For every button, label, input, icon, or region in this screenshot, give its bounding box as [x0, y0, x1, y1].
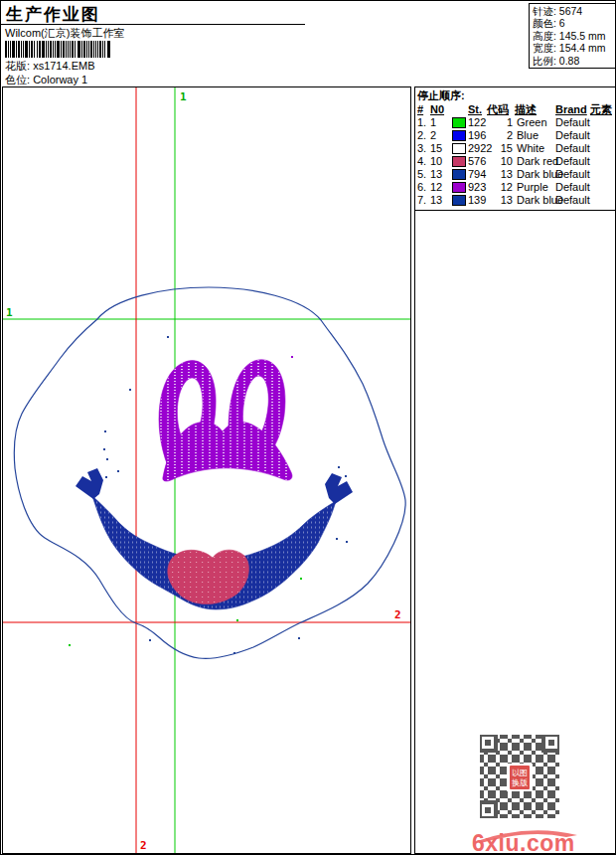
stop-sequence-row: 1. 1 122 1 Green Default: [415, 116, 615, 129]
col-code: 代码: [487, 103, 509, 116]
stop-sequence-panel: 停止顺序: # N0 St. 代码 描述 Brand 元素 1. 1 122 1…: [414, 86, 616, 854]
row-n0: 12: [430, 181, 442, 194]
row-brand: Default: [555, 194, 590, 207]
row-seq: 1.: [417, 116, 426, 129]
row-stitches: 923: [468, 181, 486, 194]
row-brand: Default: [555, 181, 590, 194]
row-seq: 4.: [417, 155, 426, 168]
svg-text:换版: 换版: [512, 778, 528, 787]
row-seq: 3.: [417, 142, 426, 155]
smile-left-tip: [76, 468, 103, 499]
row-description: Blue: [517, 129, 539, 142]
stop-sequence-row: 4. 10 576 10 Dark red Default: [415, 155, 615, 168]
stop-sequence-header: # N0 St. 代码 描述 Brand 元素: [415, 103, 615, 116]
col-n0: N0: [430, 103, 444, 116]
row-brand: Default: [555, 129, 590, 142]
row-description: White: [517, 142, 544, 155]
pattern-value: xs1714.EMB: [33, 60, 94, 72]
thread-color-swatch: [452, 117, 466, 128]
col-seq: #: [417, 103, 423, 116]
design-art: 1 1 2 2: [3, 87, 410, 853]
row-n0: 15: [430, 142, 442, 155]
row-seq: 5.: [417, 168, 426, 181]
stat-scale: 比例: 0.88: [533, 55, 616, 67]
svg-text:以图: 以图: [512, 769, 528, 777]
stop-sequence-title: 停止顺序:: [417, 89, 465, 102]
col-elements: 元素: [590, 103, 612, 116]
row-seq: 2.: [417, 129, 426, 142]
guide-label-start-top: 1: [180, 90, 187, 103]
title-underline: [1, 24, 305, 25]
studio-name: Wilcom(汇京)装饰工作室: [5, 27, 124, 40]
thread-color-swatch: [452, 169, 466, 180]
site-watermark: 6xiu.com: [471, 820, 582, 854]
guide-label-end-right: 2: [394, 608, 401, 621]
col-brand: Brand: [555, 103, 587, 116]
row-brand: Default: [555, 116, 590, 129]
row-code: 13: [485, 194, 513, 207]
thread-color-swatch: [452, 130, 466, 141]
row-stitches: 196: [468, 129, 486, 142]
row-seq: 7.: [417, 194, 426, 207]
row-seq: 6.: [417, 181, 426, 194]
watermark-text: 6xiu.com: [472, 830, 575, 854]
row-stitches: 794: [468, 168, 486, 181]
row-n0: 13: [430, 194, 442, 207]
row-description: Green: [517, 116, 547, 129]
barcode: [5, 41, 110, 58]
stop-sequence-row: 7. 13 139 13 Dark blue Default: [415, 194, 615, 207]
row-brand: Default: [555, 155, 590, 168]
row-code: 15: [485, 142, 513, 155]
qr-center-stamp: 以图 换版: [507, 764, 533, 791]
stop-sequence-rows: 1. 1 122 1 Green Default 2. 2 196 2 Blue…: [415, 116, 615, 207]
row-description: Purple: [517, 181, 548, 194]
stat-stitches: 针迹: 5674: [533, 5, 616, 17]
row-code: 13: [485, 168, 513, 181]
smile-right-tip: [325, 473, 353, 504]
worksheet-page: 生产作业图 Wilcom(汇京)装饰工作室 花版: xs1714.EMB 色位:…: [0, 0, 616, 855]
design-canvas: 1 1 2 2: [2, 86, 411, 854]
row-stitches: 576: [468, 155, 486, 168]
row-code: 1: [485, 116, 513, 129]
pattern-file-row: 花版: xs1714.EMB: [5, 60, 95, 73]
colorway-row: 色位: Colorway 1: [5, 74, 87, 86]
col-desc: 描述: [515, 103, 537, 116]
table-bottom-border: [415, 210, 615, 211]
row-stitches: 139: [468, 194, 486, 207]
col-st: St.: [468, 103, 482, 116]
row-code: 10: [485, 155, 513, 168]
page-title: 生产作业图: [6, 3, 100, 26]
colorway-value: Colorway 1: [33, 74, 87, 86]
guide-label-end-bottom: 2: [140, 839, 147, 852]
qr-code: 以图 换版: [480, 735, 559, 818]
colorway-label: 色位:: [5, 74, 30, 86]
row-n0: 13: [430, 168, 442, 181]
row-n0: 1: [430, 116, 436, 129]
thread-color-swatch: [452, 156, 466, 167]
purple-speck: [291, 356, 293, 358]
row-brand: Default: [555, 168, 590, 181]
stop-sequence-row: 5. 13 794 13 Dark blue Default: [415, 168, 615, 181]
guide-label-start-left: 1: [6, 306, 13, 319]
thread-color-swatch: [452, 195, 466, 206]
pattern-label: 花版:: [5, 60, 30, 72]
thread-color-swatch: [452, 182, 466, 193]
row-n0: 2: [430, 129, 436, 142]
row-brand: Default: [555, 142, 590, 155]
stop-sequence-row: 6. 12 923 12 Purple Default: [415, 181, 615, 194]
bow-shape: [159, 360, 292, 481]
row-n0: 10: [430, 155, 442, 168]
design-stats-box: 针迹: 5674 颜色: 6 高度: 145.5 mm 宽度: 154.4 mm…: [529, 3, 616, 69]
row-code: 12: [485, 181, 513, 194]
stat-colors: 颜色: 6: [533, 17, 616, 29]
thread-color-swatch: [452, 143, 466, 154]
row-code: 2: [485, 129, 513, 142]
row-description: Dark red: [517, 155, 558, 168]
row-stitches: 122: [468, 116, 486, 129]
stop-sequence-row: 3. 15 2922 15 White Default: [415, 142, 615, 155]
stop-sequence-row: 2. 2 196 2 Blue Default: [415, 129, 615, 142]
stat-width: 宽度: 154.4 mm: [533, 42, 616, 54]
stat-height: 高度: 145.5 mm: [533, 30, 616, 42]
